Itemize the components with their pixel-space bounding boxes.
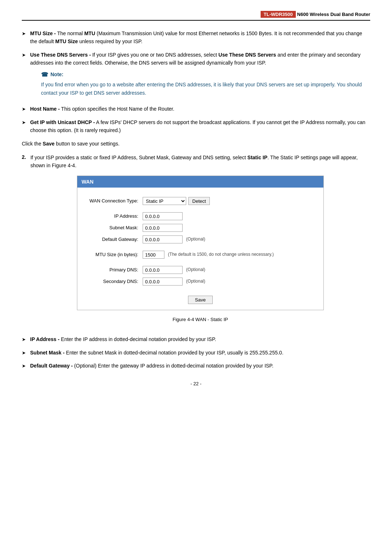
header-bar: TL-WDR3500 N600 Wireless Dual Band Route…: [22, 11, 370, 21]
wan-mtu-input[interactable]: [143, 251, 164, 259]
save-bold: Save: [43, 141, 55, 147]
wan-ip-address-control: [143, 212, 183, 220]
wan-connection-type-control: Static IP Detect: [143, 197, 210, 205]
mtu-size-bold: MTU Size -: [30, 30, 56, 36]
wan-box-header: WAN: [77, 176, 323, 188]
host-name-content: Host Name - This option specifies the Ho…: [30, 105, 370, 113]
mtu-size-bold2: MTU Size: [55, 38, 78, 44]
wan-secondary-dns-label: Secondary DNS:: [85, 278, 143, 286]
bullet-subnet-mask: ➤ Subnet Mask - Enter the subnet Mask in…: [22, 349, 370, 357]
wan-secondary-dns-input[interactable]: [143, 278, 183, 286]
numbered-label-2: 2.: [22, 154, 26, 160]
default-gateway-bold: Default Gateway -: [30, 363, 73, 369]
ip-address-bold: IP Address -: [30, 336, 60, 342]
bullet-arrow-4: ➤: [22, 119, 26, 127]
top-bullet-list: ➤ MTU Size - The normal MTU (Maximum Tra…: [22, 29, 370, 135]
wan-ip-address-label: IP Address:: [85, 213, 143, 220]
subnet-mask-bold: Subnet Mask -: [30, 350, 65, 356]
wan-save-row: Save: [85, 293, 316, 305]
note-text: If you find error when you go to a websi…: [41, 81, 370, 97]
note-phone-icon: ☎: [41, 70, 48, 79]
wan-subnet-mask-input[interactable]: [143, 224, 183, 232]
default-gateway-content: Default Gateway - (Optional) Enter the g…: [30, 362, 370, 370]
wan-mtu-note: (The default is 1500, do not change unle…: [168, 251, 274, 258]
wan-connection-type-label: WAN Connection Type:: [85, 197, 143, 205]
numbered-content-2: If your ISP provides a static or fixed I…: [30, 153, 370, 329]
wan-primary-dns-control: (Optional): [143, 266, 205, 274]
wan-subnet-mask-label: Subnet Mask:: [85, 224, 143, 232]
wan-primary-dns-optional: (Optional): [186, 266, 205, 273]
get-ip-bold: Get IP with Unicast DHCP -: [30, 119, 95, 125]
bullet-arrow-7: ➤: [22, 362, 26, 370]
wan-ip-address-input[interactable]: [143, 212, 183, 220]
bullet-mtu-size: ➤ MTU Size - The normal MTU (Maximum Tra…: [22, 29, 370, 46]
wan-default-gateway-label: Default Gateway:: [85, 236, 143, 243]
page: TL-WDR3500 N600 Wireless Dual Band Route…: [0, 0, 392, 554]
bullet-arrow-2: ➤: [22, 52, 26, 59]
note-bold: Note:: [50, 70, 64, 78]
wan-default-gateway-control: (Optional): [143, 235, 205, 243]
bullet-host-name: ➤ Host Name - This option specifies the …: [22, 105, 370, 113]
mtu-bold: MTU: [84, 30, 95, 36]
bullet-arrow-5: ➤: [22, 336, 26, 344]
wan-detect-button[interactable]: Detect: [188, 197, 210, 205]
bullet-arrow-1: ➤: [22, 30, 26, 38]
use-these-dns-bold: Use These DNS Servers: [219, 52, 276, 58]
wan-secondary-dns-row: Secondary DNS: (Optional): [85, 278, 316, 286]
wan-mtu-row: MTU Size (in bytes): (The default is 150…: [85, 251, 316, 259]
wan-primary-dns-label: Primary DNS:: [85, 266, 143, 274]
note-block: ☎ Note: If you find error when you go to…: [41, 70, 370, 97]
subnet-mask-content: Subnet Mask - Enter the subnet Mask in d…: [30, 349, 370, 357]
wan-save-button[interactable]: Save: [188, 296, 213, 304]
wan-connection-type-select[interactable]: Static IP: [143, 197, 186, 205]
bullet-dns-servers: ➤ Use These DNS Servers - If your ISP gi…: [22, 51, 370, 100]
ip-address-content: IP Address - Enter the IP address in dot…: [30, 335, 370, 343]
wan-default-gateway-row: Default Gateway: (Optional): [85, 235, 316, 243]
numbered-item-2: 2. If your ISP provides a static or fixe…: [22, 153, 370, 329]
figure-caption: Figure 4-4 WAN - Static IP: [30, 316, 370, 324]
dns-servers-bold: Use These DNS Servers -: [30, 52, 91, 58]
get-ip-content: Get IP with Unicast DHCP - A few ISPs' D…: [30, 118, 370, 135]
wan-mtu-label: MTU Size (in bytes):: [85, 251, 143, 259]
wan-secondary-dns-optional: (Optional): [186, 278, 205, 285]
mtu-size-content: MTU Size - The normal MTU (Maximum Trans…: [30, 29, 370, 46]
static-ip-bold: Static IP: [248, 155, 268, 160]
page-number: - 22 -: [22, 381, 370, 386]
wan-connection-type-row: WAN Connection Type: Static IP Detect: [85, 197, 316, 205]
wan-default-gateway-input[interactable]: [143, 235, 183, 243]
bullet-arrow-3: ➤: [22, 106, 26, 113]
wan-box-body: WAN Connection Type: Static IP Detect IP…: [77, 188, 323, 310]
host-name-bold: Host Name -: [30, 106, 60, 112]
header-title: N600 Wireless Dual Band Router: [297, 12, 370, 17]
bullet-get-ip: ➤ Get IP with Unicast DHCP - A few ISPs'…: [22, 118, 370, 135]
note-label: ☎ Note:: [41, 70, 370, 79]
wan-primary-dns-row: Primary DNS: (Optional): [85, 266, 316, 274]
dns-servers-content: Use These DNS Servers - If your ISP give…: [30, 51, 370, 100]
wan-default-gateway-optional: (Optional): [186, 236, 205, 243]
header-model: TL-WDR3500: [261, 11, 295, 18]
bullet-arrow-6: ➤: [22, 349, 26, 357]
wan-ip-address-row: IP Address:: [85, 212, 316, 220]
wan-primary-dns-input[interactable]: [143, 266, 183, 274]
bottom-bullet-list: ➤ IP Address - Enter the IP address in d…: [22, 335, 370, 370]
wan-subnet-mask-control: [143, 224, 183, 232]
bullet-default-gateway: ➤ Default Gateway - (Optional) Enter the…: [22, 362, 370, 370]
wan-box: WAN WAN Connection Type: Static IP Detec…: [77, 176, 324, 310]
wan-secondary-dns-control: (Optional): [143, 278, 205, 286]
wan-mtu-control: (The default is 1500, do not change unle…: [143, 251, 274, 259]
wan-subnet-mask-row: Subnet Mask:: [85, 224, 316, 232]
click-save-text: Click the Save button to save your setti…: [22, 140, 370, 148]
bullet-ip-address: ➤ IP Address - Enter the IP address in d…: [22, 335, 370, 344]
